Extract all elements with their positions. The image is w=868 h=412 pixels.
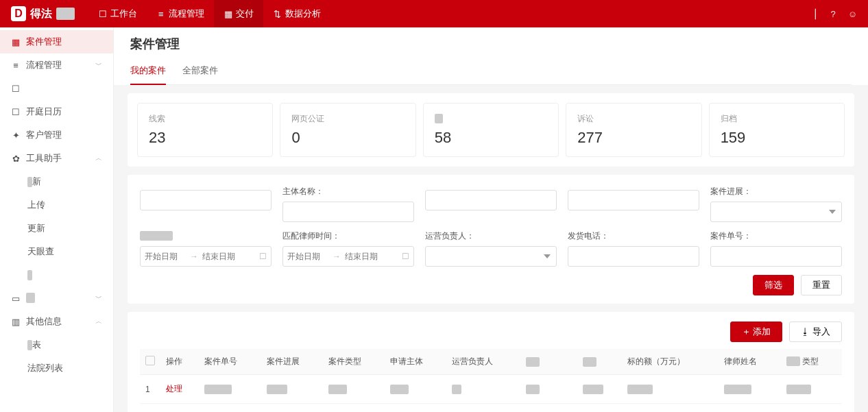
sidebar-icon: ≡: [11, 60, 21, 71]
tab[interactable]: 我的案件: [130, 58, 166, 85]
cell-redacted: [583, 385, 603, 394]
topbar: D 得法 ☐工作台≡流程管理▦交付⇅数据分析 ⎮ ? ☺: [0, 0, 868, 27]
import-button[interactable]: ⭳ 导入: [789, 322, 842, 342]
sidebar-subitem[interactable]: 天眼查: [0, 240, 113, 263]
divider-icon: ⎮: [813, 9, 818, 19]
sidebar-subitem[interactable]: 法院列表: [0, 356, 113, 380]
page-header: 案件管理 我的案件全部案件: [114, 27, 868, 85]
cases-table: 操作案件单号案件进展案件类型申请主体运营负责人 标的额（万元）律师姓名 类型 1…: [140, 349, 842, 412]
filter-label: 主体名称：: [282, 186, 414, 197]
filter-field: 案件单号：: [710, 230, 842, 267]
cell-redacted: [627, 385, 653, 394]
row-action-process[interactable]: 处理: [166, 384, 182, 393]
cell-redacted: [204, 385, 232, 394]
sidebar-subitem[interactable]: 上传: [0, 193, 113, 217]
date-range[interactable]: →☐: [140, 246, 272, 267]
column-header: 申请主体: [385, 349, 446, 375]
filter-actions: 筛选 重置: [140, 275, 842, 295]
tab[interactable]: 全部案件: [182, 58, 218, 84]
date-end[interactable]: [202, 252, 243, 261]
top-nav: ☐工作台≡流程管理▦交付⇅数据分析: [88, 0, 330, 27]
topnav-item[interactable]: ≡流程管理: [147, 0, 214, 27]
filter-field: [568, 186, 699, 222]
cell-redacted: [526, 385, 540, 394]
column-header: 运营负责人: [446, 349, 520, 375]
help-icon[interactable]: ?: [830, 9, 835, 19]
sidebar-icon: ▥: [11, 317, 21, 327]
brand-logo: D 得法: [11, 6, 75, 21]
filter-input[interactable]: [282, 202, 414, 222]
filter-select[interactable]: [710, 202, 842, 222]
filter-select[interactable]: [425, 246, 557, 267]
sidebar-subitem[interactable]: 更新: [0, 217, 113, 240]
topnav-item[interactable]: ☐工作台: [88, 0, 147, 27]
filter-button[interactable]: 筛选: [753, 275, 794, 295]
row-index: 1: [145, 385, 150, 394]
topnav-item[interactable]: ▦交付: [214, 0, 263, 27]
table-row: 2处理: [140, 404, 842, 413]
filter-input[interactable]: [140, 190, 272, 210]
cell-redacted: [452, 385, 461, 394]
sidebar-item[interactable]: ▥其他信息︿: [0, 310, 113, 333]
logo-icon: D: [11, 6, 26, 21]
filter-input[interactable]: [568, 246, 699, 267]
sidebar-label: 流程管理: [26, 59, 62, 71]
filter-input[interactable]: [710, 246, 842, 267]
column-header: 操作: [160, 349, 199, 375]
stat-value: 0: [291, 129, 404, 147]
topnav-item[interactable]: ⇅数据分析: [263, 0, 330, 27]
date-start[interactable]: [145, 252, 186, 261]
filter-field: 现时间：→☐: [140, 230, 272, 267]
stat-label: 归档: [721, 113, 833, 125]
chevron-down-icon: ﹀: [95, 60, 102, 70]
sidebar-item[interactable]: ▭ 理﹀: [0, 287, 113, 310]
sidebar-subitem[interactable]: 表: [0, 333, 113, 356]
stat-label: 线索: [149, 113, 261, 125]
filter-input[interactable]: [425, 190, 557, 210]
calendar-icon: ☐: [402, 252, 409, 261]
sidebar-subitem[interactable]: 新: [0, 170, 113, 193]
sidebar-item[interactable]: ≡流程管理﹀: [0, 53, 113, 77]
nav-icon: ☐: [98, 9, 108, 19]
date-range[interactable]: →☐: [282, 246, 414, 267]
stat-card: 诉讼277: [566, 103, 701, 157]
stat-value: 277: [577, 129, 690, 147]
filter-label: 匹配律师时间：: [282, 230, 414, 242]
cell-redacted: [267, 385, 287, 394]
filter-field: 匹配律师时间：→☐: [282, 230, 414, 267]
reset-button[interactable]: 重置: [801, 275, 842, 295]
sidebar-icon: ✿: [11, 154, 21, 164]
column-header: 案件单号: [199, 349, 261, 375]
sidebar-item[interactable]: ✦客户管理: [0, 123, 113, 147]
stat-label: 网页公证: [291, 113, 404, 125]
chevron-up-icon: ︿: [95, 317, 102, 326]
column-header: 案件进展: [261, 349, 323, 375]
table-row: 1处理: [140, 375, 842, 404]
column-header: 类型: [781, 349, 842, 375]
filter-label: 案件进展：: [710, 186, 842, 197]
sidebar-item[interactable]: ▦案件管理: [0, 30, 113, 53]
filter-field: [425, 186, 557, 222]
stat-value: 159: [721, 129, 833, 147]
user-icon[interactable]: ☺: [848, 9, 857, 19]
nav-label: 流程管理: [169, 8, 204, 20]
sidebar-item[interactable]: ☐开庭日历: [0, 100, 113, 123]
date-end[interactable]: [345, 252, 386, 261]
tabs: 我的案件全部案件: [130, 58, 852, 85]
topbar-right: ⎮ ? ☺: [813, 9, 857, 19]
sidebar-icon: ☐: [11, 107, 21, 117]
stat-label: 诉讼: [577, 113, 690, 125]
sidebar-item[interactable]: ☐: [0, 77, 113, 100]
add-button[interactable]: ＋ 添加: [730, 322, 783, 342]
checkbox-all[interactable]: [145, 356, 155, 365]
sidebar-subitem[interactable]: [0, 263, 113, 287]
filter-label: 案件单号：: [710, 230, 842, 242]
date-start[interactable]: [287, 252, 328, 261]
page-title: 案件管理: [130, 36, 852, 52]
table-panel: ＋ 添加 ⭳ 导入 操作案件单号案件进展案件类型申请主体运营负责人 标的额（万元…: [128, 312, 854, 412]
sidebar-item[interactable]: ✿工具助手︿: [0, 147, 113, 170]
filter-input[interactable]: [568, 190, 699, 210]
sidebar-icon: ▭: [11, 293, 21, 304]
stat-value: 58: [435, 129, 547, 147]
chevron-up-icon: ︿: [95, 154, 102, 163]
